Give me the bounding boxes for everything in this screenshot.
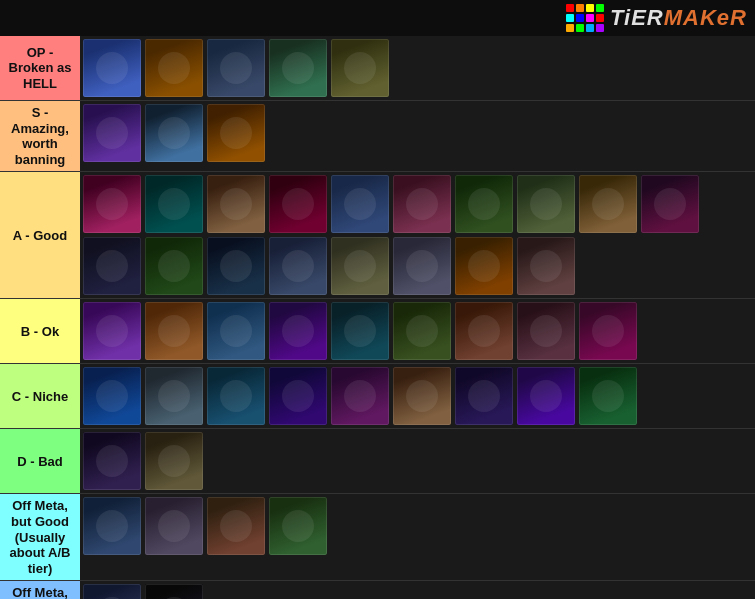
tier-label-b: B - Ok	[0, 299, 80, 363]
logo-grid-cell	[596, 14, 604, 22]
header: TiERMAKeR	[0, 0, 755, 36]
champion-caitlyn[interactable]	[145, 104, 203, 162]
champion-soraka[interactable]	[455, 367, 513, 425]
tier-label-a: A - Good	[0, 172, 80, 298]
champion-rengar2[interactable]	[393, 367, 451, 425]
tier-content-offmeta-fine	[80, 581, 755, 599]
tier-row-offmeta-good: Off Meta, but Good (Usually about A/B ti…	[0, 494, 755, 581]
logo-tier: TiER	[610, 5, 664, 30]
champion-zac[interactable]	[269, 39, 327, 97]
logo-grid-cell	[566, 24, 574, 32]
champion-jinx[interactable]	[83, 39, 141, 97]
champion-elise[interactable]	[83, 175, 141, 233]
champion-malphite[interactable]	[207, 39, 265, 97]
champion-darius[interactable]	[269, 175, 327, 233]
tier-row-b: B - Ok	[0, 299, 755, 364]
champion-thresh[interactable]	[145, 175, 203, 233]
champion-sejuani[interactable]	[207, 302, 265, 360]
champion-kogmaw[interactable]	[145, 237, 203, 295]
logo-grid-cell	[576, 4, 584, 12]
champion-sona[interactable]	[83, 104, 141, 162]
champion-fiora[interactable]	[83, 432, 141, 490]
champion-teemo[interactable]	[579, 367, 637, 425]
tier-content-c	[80, 364, 755, 428]
tier-label-offmeta-fine: Off Meta, but Fine (Usually about C tier…	[0, 581, 80, 599]
champion-khazix[interactable]	[269, 302, 327, 360]
champion-ashe[interactable]	[83, 497, 141, 555]
logo-grid-cell	[576, 24, 584, 32]
champion-graves[interactable]	[517, 302, 575, 360]
champion-hecarim[interactable]	[331, 39, 389, 97]
champion-nunu[interactable]	[331, 302, 389, 360]
tier-label-offmeta-good: Off Meta, but Good (Usually about A/B ti…	[0, 494, 80, 580]
app-container: TiERMAKeR OP - Broken as HELLS - Amazing…	[0, 0, 755, 599]
champion-lulu[interactable]	[83, 302, 141, 360]
tier-row-c: C - Niche	[0, 364, 755, 429]
champion-ahri[interactable]	[331, 367, 389, 425]
logo-grid-cell	[566, 4, 574, 12]
logo-grid-cell	[566, 14, 574, 22]
champion-vi[interactable]	[579, 302, 637, 360]
logo-grid-cell	[596, 4, 604, 12]
tier-content-d	[80, 429, 755, 493]
champion-syndra[interactable]	[269, 367, 327, 425]
tier-row-op: OP - Broken as HELL	[0, 36, 755, 101]
tier-row-s: S - Amazing, worth banning	[0, 101, 755, 172]
champion-volibear[interactable]	[393, 237, 451, 295]
champion-chogath[interactable]	[455, 175, 513, 233]
champion-gangplank[interactable]	[207, 497, 265, 555]
tier-list: OP - Broken as HELLS - Amazing, worth ba…	[0, 36, 755, 599]
champion-nocturne[interactable]	[83, 237, 141, 295]
tier-content-offmeta-good	[80, 494, 755, 580]
champion-rengar[interactable]	[455, 302, 513, 360]
tier-content-s	[80, 101, 755, 171]
tier-label-c: C - Niche	[0, 364, 80, 428]
champion-rengar[interactable]	[145, 39, 203, 97]
champion-lissandra[interactable]	[269, 237, 327, 295]
champion-riven[interactable]	[145, 367, 203, 425]
champion-warwick[interactable]	[207, 175, 265, 233]
champion-batman[interactable]	[145, 584, 203, 599]
logo-grid-cell	[576, 14, 584, 22]
tier-label-d: D - Bad	[0, 429, 80, 493]
tier-content-a	[80, 172, 755, 298]
champion-orianna[interactable]	[331, 175, 389, 233]
champion-wukong[interactable]	[455, 237, 513, 295]
tier-content-b	[80, 299, 755, 363]
logo-grid-icon	[566, 4, 604, 32]
champion-nasus[interactable]	[83, 584, 141, 599]
champion-swain[interactable]	[641, 175, 699, 233]
champion-chogath2[interactable]	[269, 497, 327, 555]
logo-grid-cell	[586, 4, 594, 12]
tier-content-op	[80, 36, 755, 100]
champion-tristana[interactable]	[145, 432, 203, 490]
champion-amumu[interactable]	[83, 367, 141, 425]
tier-label-s: S - Amazing, worth banning	[0, 101, 80, 171]
champion-garen[interactable]	[517, 175, 575, 233]
tiermaker-logo: TiERMAKeR	[566, 4, 747, 32]
logo-grid-cell	[596, 24, 604, 32]
champion-urgot[interactable]	[517, 237, 575, 295]
tier-row-a: A - Good	[0, 172, 755, 299]
champion-talon[interactable]	[145, 497, 203, 555]
champion-skarner[interactable]	[517, 367, 575, 425]
champion-missfortune[interactable]	[393, 175, 451, 233]
logo-grid-cell	[586, 24, 594, 32]
champion-blitzcrank[interactable]	[207, 104, 265, 162]
tier-row-d: D - Bad	[0, 429, 755, 494]
champion-nidalee[interactable]	[393, 302, 451, 360]
champion-renekton[interactable]	[579, 175, 637, 233]
champion-fizz[interactable]	[207, 367, 265, 425]
tier-row-offmeta-fine: Off Meta, but Fine (Usually about C tier…	[0, 581, 755, 599]
champion-pantheon[interactable]	[145, 302, 203, 360]
logo-grid-cell	[586, 14, 594, 22]
logo-text: TiERMAKeR	[610, 5, 747, 31]
champion-gragas[interactable]	[331, 237, 389, 295]
champion-akali[interactable]	[207, 237, 265, 295]
tier-label-op: OP - Broken as HELL	[0, 36, 80, 100]
logo-maker: MAKeR	[664, 5, 747, 30]
